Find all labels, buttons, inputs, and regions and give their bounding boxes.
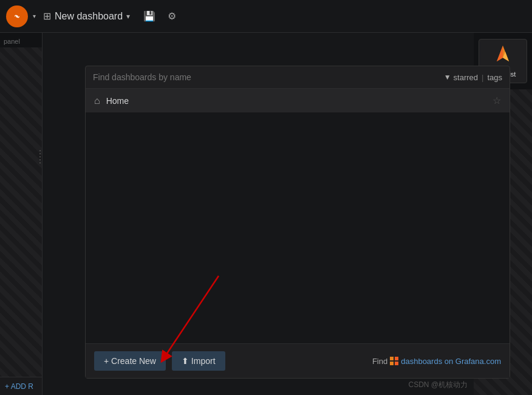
grafana-com-link[interactable]: dashboards on Grafana.com [401,357,501,366]
main-content: panel + ADD R ▼ starred | tags [0,33,532,395]
grid-cell-3 [390,362,394,365]
drag-dot-4 [39,159,41,160]
drag-dot-3 [39,156,41,157]
find-dashboards-text: Find dashboards on Grafana.com [372,357,501,366]
search-bar: ▼ starred | tags [86,66,510,89]
panel-label: panel [0,33,42,47]
home-label: Home [106,96,129,106]
home-icon: ⌂ [94,95,100,106]
home-item-left: ⌂ Home [94,95,129,106]
filter-area: ▼ starred | tags [444,73,502,82]
import-button[interactable]: ⬆ Import [172,351,225,371]
settings-button[interactable]: ⚙ [164,8,180,24]
watermark-text: CSDN @机核动力 [408,380,468,389]
drag-dot-1 [39,150,41,151]
hatched-background-left [0,47,42,395]
svg-point-1 [16,15,18,18]
add-row-bar: + ADD R [0,377,42,395]
find-text: Find [372,357,387,366]
drag-handle[interactable] [38,142,42,172]
star-icon[interactable]: ☆ [493,95,501,106]
grid-cell-4 [395,362,398,365]
grafana-grid-icon [390,357,398,365]
grafana-logo[interactable] [6,5,28,27]
starred-filter[interactable]: starred [454,73,478,82]
alert-icon [493,44,513,68]
dashboard-title-area[interactable]: ⊞ New dashboard ▾ [43,10,130,22]
tags-filter[interactable]: tags [487,73,502,82]
create-new-button[interactable]: + Create New [94,351,166,371]
topbar: ▾ ⊞ New dashboard ▾ 💾 ⚙ [0,0,532,33]
import-label: ⬆ Import [182,356,216,366]
dashboard-dropdown: ▼ starred | tags ⌂ Home ☆ [85,66,510,379]
filter-separator: | [482,73,483,82]
save-button[interactable]: 💾 [140,8,159,24]
left-sidebar: panel + ADD R [0,33,43,395]
grid-cell-1 [390,357,394,360]
drag-dot-2 [39,153,41,154]
create-new-label: + Create New [104,356,156,366]
drag-dot-5 [39,162,41,163]
search-input[interactable] [93,72,439,82]
dashboard-grid-icon: ⊞ [43,10,51,22]
workspace: ▼ starred | tags ⌂ Home ☆ [43,33,474,395]
svg-marker-4 [497,46,503,61]
dashboard-title: New dashboard [55,11,123,22]
watermark: CSDN @机核动力 [408,380,468,390]
topbar-actions: 💾 ⚙ [140,8,180,24]
dropdown-footer: + Create New ⬆ Import Find dashboards on… [86,343,510,378]
add-row-button[interactable]: + ADD R [5,382,33,391]
dropdown-empty-area [86,112,510,343]
logo-dropdown-button[interactable]: ▾ [32,13,37,19]
dropdown-list: ⌂ Home ☆ [86,89,510,343]
grid-cell-2 [395,357,398,360]
home-item[interactable]: ⌂ Home ☆ [86,89,510,112]
filter-icon: ▼ [444,73,451,81]
title-dropdown-arrow: ▾ [126,12,130,21]
